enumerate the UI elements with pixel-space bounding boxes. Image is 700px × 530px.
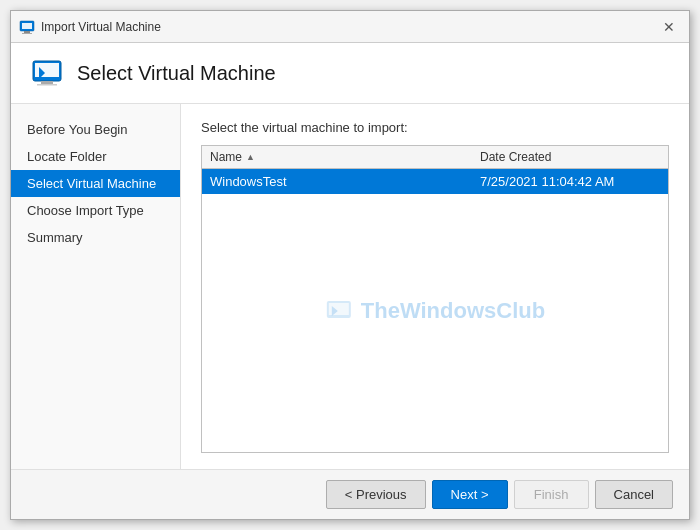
sidebar-item-summary[interactable]: Summary xyxy=(11,224,180,251)
dialog-window: Import Virtual Machine ✕ Select Virtual … xyxy=(10,10,690,520)
svg-rect-6 xyxy=(41,81,53,84)
sidebar: Before You Begin Locate Folder Select Vi… xyxy=(11,104,181,469)
close-button[interactable]: ✕ xyxy=(657,15,681,39)
next-button[interactable]: Next > xyxy=(432,480,508,509)
table-row[interactable]: WindowsTest 7/25/2021 11:04:42 AM xyxy=(202,169,668,194)
table-body: WindowsTest 7/25/2021 11:04:42 AM TheWin… xyxy=(202,169,668,452)
sidebar-item-locate-folder[interactable]: Locate Folder xyxy=(11,143,180,170)
svg-rect-5 xyxy=(35,63,59,77)
vm-title-icon xyxy=(19,19,35,35)
title-bar-left: Import Virtual Machine xyxy=(19,19,161,35)
footer: < Previous Next > Finish Cancel xyxy=(11,469,689,519)
watermark-text: TheWindowsClub xyxy=(361,298,545,324)
column-name-header: Name ▲ xyxy=(210,150,480,164)
vm-table: Name ▲ Date Created WindowsTest 7/25/202… xyxy=(201,145,669,453)
watermark-icon xyxy=(325,297,353,325)
title-bar-text: Import Virtual Machine xyxy=(41,20,161,34)
main-panel: Select the virtual machine to import: Na… xyxy=(181,104,689,469)
svg-rect-9 xyxy=(327,301,351,318)
svg-rect-3 xyxy=(22,33,32,34)
vm-name-cell: WindowsTest xyxy=(210,174,480,189)
svg-rect-7 xyxy=(37,84,57,86)
previous-button[interactable]: < Previous xyxy=(326,480,426,509)
dialog-title: Select Virtual Machine xyxy=(77,62,276,85)
cancel-button[interactable]: Cancel xyxy=(595,480,673,509)
title-bar: Import Virtual Machine ✕ xyxy=(11,11,689,43)
sidebar-item-choose-import-type[interactable]: Choose Import Type xyxy=(11,197,180,224)
sidebar-item-before-you-begin[interactable]: Before You Begin xyxy=(11,116,180,143)
sort-arrow-icon: ▲ xyxy=(246,152,255,162)
instruction-label: Select the virtual machine to import: xyxy=(201,120,669,135)
watermark: TheWindowsClub xyxy=(325,297,545,325)
svg-rect-1 xyxy=(22,23,32,29)
content-area: Before You Begin Locate Folder Select Vi… xyxy=(11,104,689,469)
sidebar-item-select-vm[interactable]: Select Virtual Machine xyxy=(11,170,180,197)
svg-rect-2 xyxy=(24,31,30,33)
vm-date-cell: 7/25/2021 11:04:42 AM xyxy=(480,174,660,189)
svg-rect-10 xyxy=(329,303,349,315)
finish-button[interactable]: Finish xyxy=(514,480,589,509)
dialog-header: Select Virtual Machine xyxy=(11,43,689,104)
table-header: Name ▲ Date Created xyxy=(202,146,668,169)
header-icon xyxy=(31,57,63,89)
svg-marker-11 xyxy=(332,306,338,316)
column-date-header: Date Created xyxy=(480,150,660,164)
